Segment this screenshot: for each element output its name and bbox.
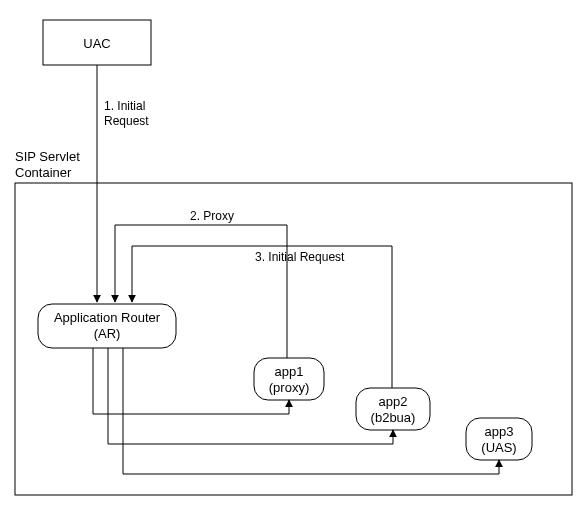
- edge3-label: 3. Initial Request: [255, 250, 345, 264]
- app2-node: app2 (b2bua): [356, 388, 430, 430]
- application-router-node: Application Router (AR): [38, 304, 176, 348]
- ar-label-line2: (AR): [94, 326, 121, 341]
- container-label-line2: Container: [15, 165, 72, 180]
- ar-label-line1: Application Router: [54, 310, 161, 325]
- app1-node: app1 (proxy): [254, 358, 324, 400]
- uac-label: UAC: [83, 36, 110, 51]
- container-label-group: SIP Servlet Container: [15, 149, 80, 180]
- app1-label-line2: (proxy): [269, 380, 309, 395]
- edge1-label-line2: Request: [104, 114, 149, 128]
- app2-label-line2: (b2bua): [371, 410, 416, 425]
- edge2-label: 2. Proxy: [190, 209, 234, 223]
- uac-node: UAC: [43, 20, 151, 65]
- app1-label-line1: app1: [275, 364, 304, 379]
- edge1-label-line1: 1. Initial: [104, 99, 145, 113]
- edge-ar-to-app2: [108, 348, 393, 444]
- container-label-line1: SIP Servlet: [15, 149, 80, 164]
- app3-label-line1: app3: [485, 424, 514, 439]
- app3-label-line2: (UAS): [481, 440, 516, 455]
- app3-node: app3 (UAS): [466, 418, 532, 460]
- app2-label-line1: app2: [379, 394, 408, 409]
